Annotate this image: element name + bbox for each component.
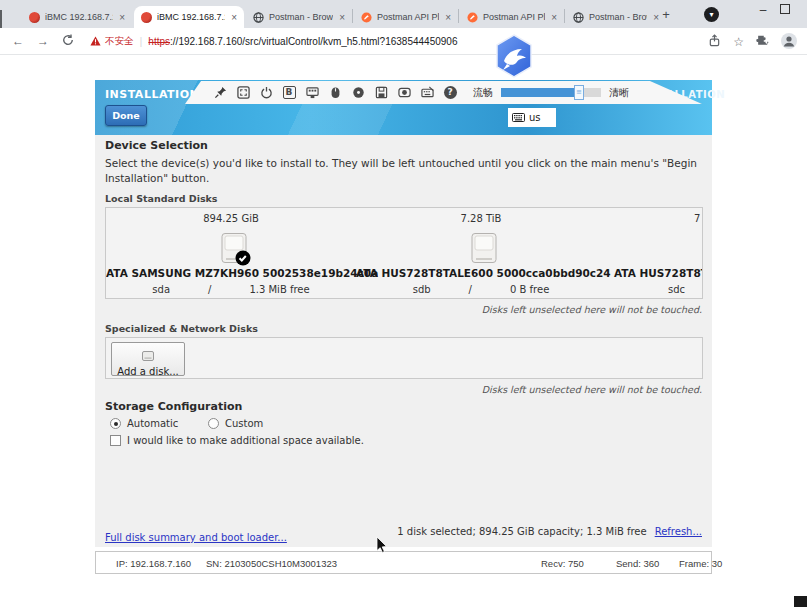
- additional-space-option[interactable]: I would like to make additional space av…: [110, 435, 364, 446]
- unselected-note: Disks left unselected here will not be t…: [482, 384, 702, 395]
- storage-custom-option[interactable]: Custom: [208, 418, 263, 429]
- window-maximize-button[interactable]: [780, 4, 790, 14]
- tab-close-icon[interactable]: ×: [231, 12, 237, 23]
- selection-summary: 1 disk selected; 894.25 GiB capacity; 1.…: [397, 526, 646, 537]
- tab-close-icon[interactable]: ×: [551, 12, 557, 23]
- power-icon[interactable]: [259, 86, 273, 100]
- tab-postman-api-2[interactable]: Postman API Platfo... ×: [460, 6, 564, 28]
- browser-tab-strip: iBMC 192.168.7.16... × iBMC 192.168.7.16…: [0, 0, 807, 28]
- storage-automatic-option[interactable]: Automatic: [110, 418, 178, 429]
- keyboard-b-icon[interactable]: B: [282, 86, 296, 100]
- mouse-icon[interactable]: [328, 86, 342, 100]
- device-selection-title: Device Selection: [105, 139, 208, 152]
- help-icon[interactable]: ?: [443, 86, 457, 100]
- postman-favicon: [361, 12, 372, 23]
- pin-icon[interactable]: [213, 86, 227, 100]
- tab-close-icon[interactable]: ×: [339, 12, 345, 23]
- tab-ibmc-2-active[interactable]: iBMC 192.168.7.16... ×: [134, 6, 244, 28]
- tab-title: iBMC 192.168.7.16...: [45, 12, 113, 22]
- cd-icon[interactable]: [351, 86, 365, 100]
- disk-name: ATA HUS728T8TALE600 5000cca0bbd90c24: [356, 267, 606, 279]
- floppy-icon[interactable]: [374, 86, 388, 100]
- footer-left: Full disk summary and boot loader...: [105, 526, 287, 545]
- kvm-grid-icon[interactable]: [305, 86, 319, 100]
- slider-smooth-label: 流畅: [473, 86, 493, 100]
- disk-free: 1.3 MiB free: [249, 284, 309, 295]
- slider-handle[interactable]: ≡: [574, 85, 584, 100]
- keyboard-layout-value: us: [529, 112, 541, 123]
- status-ip: IP: 192.168.7.160: [116, 558, 191, 569]
- network-disks-label: Specialized & Network Disks: [105, 323, 258, 334]
- unselected-note: Disks left unselected here will not be t…: [482, 304, 702, 315]
- disk-sdc[interactable]: 7 ATA HUS728T8TAL sdc: [606, 208, 703, 299]
- refresh-link[interactable]: Refresh...: [655, 526, 702, 537]
- mouse-cursor: [376, 536, 388, 558]
- small-disk-icon: [112, 346, 184, 365]
- status-sn: SN: 2103050CSH10M3001323: [206, 558, 337, 569]
- tab-ibmc-1[interactable]: iBMC 192.168.7.16... ×: [22, 6, 132, 28]
- postman-favicon: [467, 12, 478, 23]
- disk-sda[interactable]: 894.25 GiB ATA SAMSUNG MZ7KH960 5002538e…: [106, 208, 356, 299]
- tab-close-icon[interactable]: ×: [445, 12, 451, 23]
- full-disk-summary-link[interactable]: Full disk summary and boot loader...: [105, 532, 287, 543]
- warning-triangle-icon: [90, 36, 101, 46]
- kvm-toolbar: B ? 流畅 ≡ 清晰: [185, 81, 702, 104]
- status-recv: Recv: 750: [541, 558, 584, 569]
- disk-free: 0 B free: [510, 284, 549, 295]
- disk-icon: [218, 233, 252, 271]
- disk-size: 7.28 TiB: [356, 213, 606, 224]
- tab-close-icon[interactable]: ×: [119, 12, 125, 23]
- disk-devrow: sdc: [668, 284, 685, 295]
- tab-postman-browse-1[interactable]: Postman - Browse... ×: [246, 6, 352, 28]
- disk-name: ATA HUS728T8TAL: [614, 267, 703, 279]
- globe-favicon: [253, 12, 264, 23]
- url-text[interactable]: https://192.168.7.160/src/virtualControl…: [148, 36, 457, 47]
- tab-postman-api-1[interactable]: Postman API Platfo... ×: [354, 6, 458, 28]
- new-tab-button[interactable]: +: [658, 7, 674, 23]
- profile-avatar[interactable]: [781, 33, 797, 51]
- forward-icon[interactable]: →: [37, 34, 49, 48]
- disk-dev: sdc: [668, 284, 685, 295]
- thunder-bird-logo[interactable]: [494, 34, 534, 82]
- video-quality-slider: 流畅 ≡ 清晰: [473, 86, 629, 100]
- reload-icon[interactable]: [62, 34, 74, 49]
- tab-separator: [458, 9, 459, 23]
- virtual-keyboard-icon[interactable]: [420, 86, 434, 100]
- window-minimize-button[interactable]: –: [755, 3, 771, 19]
- slider-track[interactable]: ≡: [501, 88, 601, 97]
- disk-dev: sdb: [413, 284, 431, 295]
- bookmark-star-icon[interactable]: ☆: [733, 35, 744, 49]
- record-icon[interactable]: [397, 86, 411, 100]
- disk-size: 894.25 GiB: [106, 213, 356, 224]
- background-window-sliver: [0, 10, 2, 28]
- radio-unselected-icon[interactable]: [208, 418, 219, 429]
- footer-right: 1 disk selected; 894.25 GiB capacity; 1.…: [397, 526, 702, 537]
- security-warning[interactable]: 不安全: [90, 35, 134, 48]
- status-send: Send: 360: [616, 558, 659, 569]
- radio-selected-icon[interactable]: [110, 418, 121, 429]
- keyboard-layout-indicator[interactable]: us: [508, 108, 556, 127]
- automatic-label: Automatic: [127, 418, 178, 429]
- tab-title: Postman - Browse...: [269, 12, 333, 22]
- installer-body: Device Selection Select the device(s) yo…: [95, 135, 712, 547]
- add-disk-label: Add a disk...: [112, 366, 184, 377]
- done-button[interactable]: Done: [105, 105, 147, 126]
- disk-dev: sda: [152, 284, 170, 295]
- disk-mount-separator: /: [469, 284, 472, 295]
- back-icon[interactable]: ←: [12, 34, 24, 48]
- checkbox-icon[interactable]: [110, 435, 121, 446]
- fullscreen-icon[interactable]: [236, 86, 250, 100]
- tab-postman-browse-2[interactable]: Postman - Browse... ×: [566, 6, 666, 28]
- share-icon[interactable]: [708, 34, 721, 49]
- extensions-puzzle-icon[interactable]: [756, 34, 769, 49]
- tab-separator: [352, 9, 353, 23]
- browser-address-bar: ← → 不安全 | https://192.168.7.160/src/virt…: [0, 28, 807, 55]
- add-disk-button[interactable]: Add a disk...: [111, 342, 185, 376]
- local-disks-panel: 894.25 GiB ATA SAMSUNG MZ7KH960 5002538e…: [105, 207, 703, 299]
- browser-update-icon[interactable]: ▾: [704, 7, 719, 22]
- storage-configuration-title: Storage Configuration: [105, 400, 242, 413]
- keyboard-icon: [512, 113, 525, 122]
- disk-size: 7: [694, 213, 700, 224]
- disk-sdb[interactable]: 7.28 TiB ATA HUS728T8TALE600 5000cca0bbd…: [356, 208, 606, 299]
- status-frame: Frame: 30: [679, 558, 722, 569]
